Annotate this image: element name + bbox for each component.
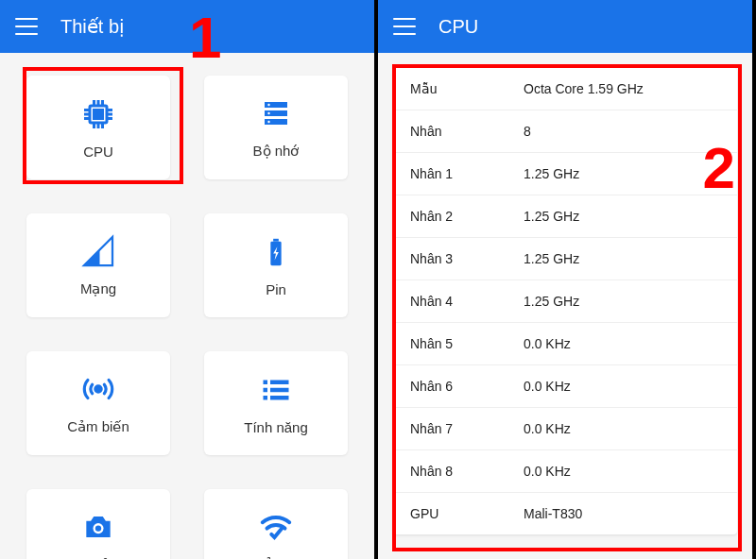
wifi-check-icon (258, 509, 294, 545)
tile-network[interactable]: Mạng (26, 213, 170, 317)
svg-rect-26 (270, 387, 289, 392)
tile-sensor[interactable]: Cảm biến (26, 351, 170, 455)
tile-features[interactable]: Tính năng (204, 351, 348, 455)
tile-grid: CPU Bộ nhớ Mạng (0, 53, 374, 559)
svg-rect-21 (273, 238, 279, 241)
detail-label: Nhân 3 (410, 251, 524, 266)
detail-row: Nhân 6 0.0 KHz (393, 365, 737, 408)
detail-label: Nhân (410, 124, 524, 139)
detail-row: Nhân 1 1.25 GHz (393, 153, 737, 195)
detail-value: 1.25 GHz (524, 166, 579, 181)
detail-row: Nhân 4 1.25 GHz (393, 280, 737, 323)
svg-point-19 (267, 121, 269, 123)
detail-row: GPU Mali-T830 (393, 493, 737, 534)
detail-row: Nhân 5 0.0 KHz (393, 323, 737, 365)
svg-rect-1 (94, 110, 103, 118)
camera-icon (80, 509, 116, 545)
svg-point-17 (267, 112, 269, 114)
detail-row: Nhân 8 0.0 KHz (393, 450, 737, 493)
detail-value: 0.0 KHz (524, 379, 571, 394)
tile-storage[interactable]: Bộ nhớ (204, 76, 348, 179)
tile-label: Cảm biến (67, 418, 129, 435)
detail-value: 1.25 GHz (524, 294, 579, 309)
device-screen: Thiết bị CPU (0, 0, 376, 559)
detail-label: Nhân 5 (410, 336, 524, 351)
menu-icon[interactable] (393, 18, 416, 35)
cpu-detail-card: Mẫu Octa Core 1.59 GHz Nhân 8 Nhân 1 1.2… (393, 68, 737, 534)
detail-value: Mali-T830 (524, 506, 582, 521)
detail-label: Mẫu (410, 81, 524, 96)
detail-row: Nhân 8 (393, 110, 737, 153)
detail-value: 0.0 KHz (524, 336, 571, 351)
svg-rect-28 (270, 396, 289, 400)
detail-label: Nhân 2 (410, 209, 524, 224)
svg-rect-25 (264, 387, 268, 392)
header-title: CPU (438, 16, 478, 38)
sensor-icon (80, 371, 116, 407)
detail-value: Octa Core 1.59 GHz (524, 81, 644, 96)
detail-label: GPU (410, 506, 524, 521)
detail-row: Nhân 7 0.0 KHz (393, 408, 737, 450)
tile-battery[interactable]: Pin (204, 213, 348, 317)
detail-label: Nhân 7 (410, 421, 524, 436)
tile-test[interactable]: Kiểm tra (204, 489, 348, 559)
detail-value: 0.0 KHz (524, 464, 571, 479)
tile-label: CPU (83, 144, 113, 160)
battery-icon (258, 234, 294, 270)
tile-camera[interactable]: Máy ảnh (26, 489, 170, 559)
svg-rect-24 (270, 380, 289, 384)
cpu-icon (80, 96, 116, 132)
features-icon (258, 372, 294, 408)
svg-point-22 (95, 386, 101, 392)
detail-value: 1.25 GHz (524, 251, 579, 266)
cpu-detail-screen: CPU Mẫu Octa Core 1.59 GHz Nhân 8 Nhân 1… (376, 0, 752, 559)
detail-label: Nhân 1 (410, 166, 524, 181)
detail-label: Nhân 4 (410, 294, 524, 309)
detail-label: Nhân 8 (410, 464, 524, 479)
app-header: Thiết bị (0, 0, 374, 53)
menu-icon[interactable] (15, 18, 38, 35)
network-icon (80, 233, 116, 269)
svg-point-30 (95, 525, 101, 531)
tile-label: Pin (266, 281, 286, 297)
detail-value: 8 (524, 124, 531, 139)
tile-label: Tính năng (244, 419, 308, 435)
svg-point-15 (267, 104, 269, 106)
svg-rect-27 (264, 396, 268, 400)
app-header: CPU (378, 0, 752, 53)
detail-value: 0.0 KHz (524, 421, 571, 436)
tile-label: Mạng (80, 280, 116, 297)
tile-cpu[interactable]: CPU (26, 76, 170, 179)
tile-label: Bộ nhớ (253, 143, 300, 160)
svg-rect-23 (264, 380, 268, 384)
storage-icon (258, 95, 294, 131)
detail-row: Nhân 2 1.25 GHz (393, 195, 737, 238)
header-title: Thiết bị (60, 15, 125, 38)
detail-value: 1.25 GHz (524, 209, 579, 224)
detail-row: Nhân 3 1.25 GHz (393, 238, 737, 280)
detail-row: Mẫu Octa Core 1.59 GHz (393, 68, 737, 110)
detail-label: Nhân 6 (410, 379, 524, 394)
